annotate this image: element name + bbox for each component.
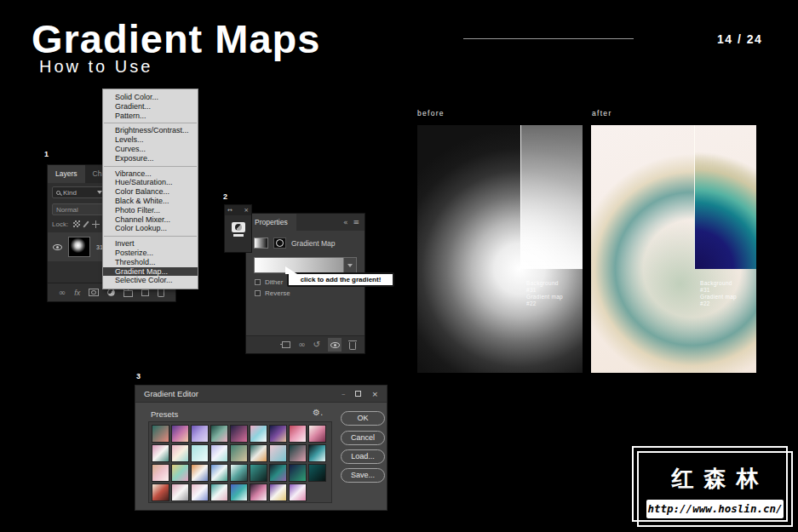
save-button[interactable]: Save... (341, 468, 385, 483)
gradient-preset-swatch[interactable] (152, 464, 169, 482)
visibility-eye-icon[interactable] (53, 244, 62, 250)
gradient-preset-swatch[interactable] (171, 425, 189, 443)
gradient-preset-swatch[interactable] (171, 444, 189, 462)
gradient-preset-swatch[interactable] (191, 464, 209, 482)
logo-box: 红森林 http://www.hoslin.cn/ (637, 451, 793, 527)
menu-item-color-lookup[interactable]: Color Lookup... (103, 224, 198, 233)
new-layer-icon[interactable] (141, 289, 149, 296)
lock-pixels-icon[interactable] (83, 220, 89, 227)
close-icon[interactable]: × (371, 390, 378, 398)
gradient-preset-swatch[interactable] (152, 425, 169, 443)
filter-type-select[interactable]: Kind (52, 186, 106, 198)
gradient-preset-swatch[interactable] (230, 483, 248, 501)
gradient-preset-swatch[interactable] (250, 464, 267, 482)
gradient-preset-swatch[interactable] (191, 425, 209, 443)
expand-icon[interactable]: ↔ (227, 205, 233, 215)
gradient-preset-swatch[interactable] (289, 464, 307, 482)
collapse-icon[interactable]: « (343, 218, 348, 226)
adjustment-layer-icon[interactable] (107, 289, 115, 296)
dither-checkbox[interactable] (255, 279, 261, 285)
gradient-preset-swatch[interactable] (210, 464, 228, 482)
blend-mode-select[interactable]: Normal (52, 203, 106, 215)
panel-menu-icon[interactable]: ≡ (353, 218, 359, 226)
gradient-preset-swatch[interactable] (171, 483, 189, 501)
menu-item-black-white[interactable]: Black & White... (103, 197, 198, 206)
dialog-titlebar[interactable]: Gradient Editor – × (135, 386, 387, 403)
layer-thumbnail[interactable] (68, 237, 90, 257)
gradient-preset-swatch[interactable] (269, 425, 287, 443)
gear-icon[interactable]: ⚙․ (313, 408, 323, 417)
gradient-preset-swatch[interactable] (308, 425, 326, 443)
gradient-preset-swatch[interactable] (269, 464, 287, 482)
menu-item-vibrance[interactable]: Vibrance... (103, 169, 198, 179)
link-icon[interactable]: ∞ (59, 289, 66, 297)
close-icon[interactable]: × (244, 205, 249, 215)
gradient-preset-swatch[interactable] (269, 483, 287, 501)
layer-mask-icon[interactable] (89, 289, 99, 296)
menu-item-brightness-contrast[interactable]: Brightness/Contrast... (103, 126, 198, 135)
menu-item-levels[interactable]: Levels... (103, 135, 198, 145)
reset-icon[interactable]: ↺ (313, 340, 320, 349)
unlink-icon[interactable]: ∞ (298, 340, 305, 349)
menu-item-invert[interactable]: Invert (103, 239, 198, 249)
menu-item-pattern[interactable]: Pattern... (103, 112, 198, 121)
cancel-button[interactable]: Cancel (341, 431, 385, 445)
gradient-preset-swatch[interactable] (210, 425, 228, 443)
gradient-preset-swatch[interactable] (250, 425, 267, 443)
gradient-dropdown[interactable] (344, 257, 357, 273)
lock-position-icon[interactable] (92, 220, 100, 228)
before-label: before (417, 109, 445, 117)
menu-item-selective-color[interactable]: Selective Color... (103, 276, 198, 285)
maximize-icon[interactable] (355, 391, 361, 397)
reverse-label: Reverse (265, 289, 290, 297)
gradient-preset-swatch[interactable] (289, 425, 307, 443)
delete-layer-icon[interactable] (158, 289, 164, 297)
visibility-toggle[interactable] (328, 338, 342, 352)
gradient-preview-bar[interactable] (254, 257, 344, 273)
gradient-preset-swatch[interactable] (171, 464, 189, 482)
gradient-preset-swatch[interactable] (308, 464, 326, 482)
clip-to-layer-icon[interactable] (282, 341, 290, 348)
fx-icon[interactable]: fx (74, 289, 80, 297)
menu-item-gradient-map[interactable]: Gradient Map... (103, 267, 198, 277)
delete-icon[interactable] (349, 342, 356, 350)
gradient-preset-swatch[interactable] (230, 464, 248, 482)
chevron-down-icon (347, 264, 353, 267)
load-button[interactable]: Load... (341, 449, 385, 464)
gradient-map-panel-icon[interactable] (232, 222, 245, 232)
gradient-preset-swatch[interactable] (152, 483, 169, 501)
menu-item-gradient[interactable]: Gradient... (103, 102, 198, 112)
menu-item-curves[interactable]: Curves... (103, 145, 198, 154)
lock-transparency-icon[interactable] (73, 220, 80, 227)
menu-item-solid-color[interactable]: Solid Color... (103, 93, 198, 102)
gradient-preset-swatch[interactable] (230, 425, 248, 443)
ok-button[interactable]: OK (341, 411, 385, 426)
gradient-preset-swatch[interactable] (210, 444, 228, 462)
gradient-preset-swatch[interactable] (250, 483, 267, 501)
gradient-preset-swatch[interactable] (289, 483, 307, 501)
menu-item-channel-mixer[interactable]: Channel Mixer... (103, 215, 198, 225)
gradient-preset-swatch[interactable] (191, 444, 209, 462)
menu-item-exposure[interactable]: Exposure... (103, 154, 198, 163)
menu-item-posterize[interactable]: Posterize... (103, 249, 198, 258)
tab-properties[interactable]: Properties (246, 214, 296, 231)
gradient-preset-swatch[interactable] (250, 444, 267, 462)
menu-item-color-balance[interactable]: Color Balance... (103, 187, 198, 197)
gradient-preset-swatch[interactable] (210, 483, 228, 501)
mask-thumb-icon (273, 237, 286, 249)
gradient-map-panel-icon-bar (233, 234, 244, 237)
minimize-icon[interactable]: – (342, 390, 346, 398)
menu-item-photo-filter[interactable]: Photo Filter... (103, 206, 198, 215)
menu-item-threshold[interactable]: Threshold... (103, 258, 198, 267)
reverse-checkbox[interactable] (255, 290, 261, 296)
menu-separator (104, 123, 197, 123)
gradient-preset-swatch[interactable] (308, 444, 326, 462)
gradient-preset-swatch[interactable] (152, 444, 169, 462)
menu-item-hue-saturation[interactable]: Hue/Saturation... (103, 178, 198, 187)
group-folder-icon[interactable] (123, 290, 133, 297)
gradient-preset-swatch[interactable] (230, 444, 248, 462)
gradient-preset-swatch[interactable] (289, 444, 307, 462)
tab-layers[interactable]: Layers (48, 165, 85, 183)
gradient-preset-swatch[interactable] (269, 444, 287, 462)
gradient-preset-swatch[interactable] (191, 483, 209, 501)
